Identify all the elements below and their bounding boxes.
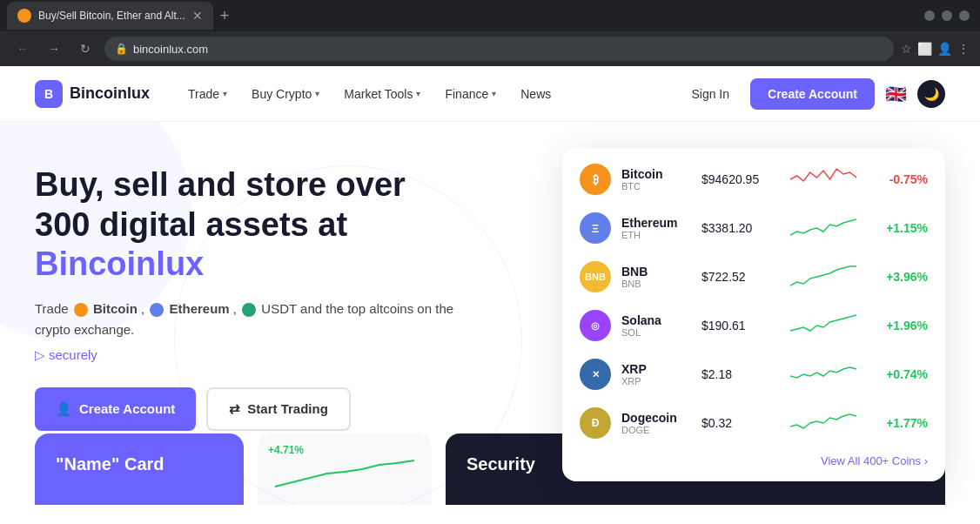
nav-trade[interactable]: Trade ▾: [178, 80, 238, 108]
nav-news[interactable]: News: [510, 80, 561, 108]
back-button[interactable]: ←: [10, 37, 35, 61]
tab-favicon: [17, 9, 31, 23]
user-icon: 👤: [56, 401, 72, 417]
browser-action-buttons: ☆ ⬜ 👤 ⋮: [901, 42, 970, 56]
tab-title: Buy/Sell Bitcoin, Ether and Alt...: [38, 10, 185, 22]
window-controls: [924, 10, 973, 21]
bnb-sparkline: [790, 261, 856, 292]
hero-content: Buy, sell and store over 300 digital ass…: [35, 157, 487, 431]
sign-in-button[interactable]: Sign In: [681, 80, 740, 108]
minimize-button[interactable]: [924, 10, 935, 21]
xrp-info: XRP XRP: [621, 362, 691, 386]
bnb-info: BNB BNB: [621, 265, 691, 289]
hero-subtitle: Trade Bitcoin , Ethereum , USDT and the …: [35, 299, 487, 340]
eth-sparkline: [790, 212, 856, 244]
hero-section: Buy, sell and store over 300 digital ass…: [0, 122, 980, 505]
crypto-row-doge[interactable]: Ð Dogecoin DOGE $0.32 +1.77%: [562, 399, 945, 447]
extensions-button[interactable]: ⬜: [917, 42, 932, 56]
eth-icon: Ξ: [580, 212, 611, 244]
new-tab-button[interactable]: +: [220, 7, 230, 25]
close-button[interactable]: [959, 10, 970, 21]
sol-sparkline: [790, 310, 856, 341]
nav-finance[interactable]: Finance ▾: [434, 80, 507, 108]
logo-icon: B: [35, 80, 63, 108]
sol-icon: ◎: [580, 310, 611, 341]
navbar: B Bincoinlux Trade ▾ Buy Crypto ▾ Market…: [0, 66, 980, 122]
active-tab[interactable]: Buy/Sell Bitcoin, Ether and Alt... ✕: [7, 2, 213, 30]
tab-close-button[interactable]: ✕: [192, 9, 203, 23]
bitcoin-icon: [74, 303, 88, 317]
website-content: B Bincoinlux Trade ▾ Buy Crypto ▾ Market…: [0, 66, 980, 524]
ethereum-icon: [150, 303, 164, 317]
theme-toggle[interactable]: 🌙: [917, 80, 945, 108]
hero-buttons: 👤 Create Account ⇄ Start Trading: [35, 387, 487, 431]
hero-create-account-button[interactable]: 👤 Create Account: [35, 387, 196, 431]
chevron-down-icon: ▾: [492, 89, 496, 98]
view-all-coins-link[interactable]: View All 400+ Coins ›: [562, 447, 945, 474]
menu-button[interactable]: ⋮: [957, 42, 970, 56]
securely-link[interactable]: ▷ securely: [35, 347, 487, 363]
bnb-icon: BNB: [580, 261, 611, 292]
url-text: bincoinlux.com: [133, 43, 208, 56]
profile-button[interactable]: 👤: [937, 42, 952, 56]
bookmark-button[interactable]: ☆: [901, 42, 912, 56]
logo-text: Bincoinlux: [70, 84, 150, 103]
chevron-down-icon: ▾: [416, 89, 420, 98]
crypto-table-card: ₿ Bitcoin BTC $94620.95 -0.75% Ξ Ethereu…: [562, 148, 945, 481]
start-trading-button[interactable]: ⇄ Start Trading: [206, 387, 351, 431]
nav-buy-crypto[interactable]: Buy Crypto ▾: [241, 80, 330, 108]
address-bar[interactable]: 🔒 bincoinlux.com: [104, 37, 894, 61]
crypto-row-eth[interactable]: Ξ Ethereum ETH $3381.20 +1.15%: [562, 204, 945, 252]
nav-market-tools[interactable]: Market Tools ▾: [333, 80, 431, 108]
crypto-row-sol[interactable]: ◎ Solana SOL $190.61 +1.96%: [562, 301, 945, 350]
browser-tab-bar: Buy/Sell Bitcoin, Ether and Alt... ✕ +: [0, 0, 980, 31]
btc-icon: ₿: [580, 164, 611, 195]
chevron-down-icon: ▾: [223, 89, 227, 98]
reload-button[interactable]: ↻: [73, 37, 97, 61]
securely-text: securely: [49, 347, 97, 362]
chevron-down-icon: ▾: [315, 89, 319, 98]
crypto-row-bnb[interactable]: BNB BNB BNB $722.52 +3.96%: [562, 252, 945, 301]
doge-icon: Ð: [580, 407, 611, 439]
doge-info: Dogecoin DOGE: [621, 411, 691, 435]
create-account-button[interactable]: Create Account: [750, 78, 875, 110]
doge-sparkline: [790, 407, 856, 439]
browser-controls: ← → ↻ 🔒 bincoinlux.com ☆ ⬜ 👤 ⋮: [0, 31, 980, 66]
maximize-button[interactable]: [942, 10, 952, 21]
logo[interactable]: B Bincoinlux: [35, 80, 150, 108]
crypto-row-xrp[interactable]: ✕ XRP XRP $2.18 +0.74%: [562, 350, 945, 399]
sol-info: Solana SOL: [621, 313, 691, 338]
btc-sparkline: [790, 164, 856, 195]
language-flag[interactable]: 🇬🇧: [885, 84, 907, 104]
xrp-sparkline: [790, 359, 856, 390]
securely-arrow-icon: ▷: [35, 347, 45, 363]
eth-info: Ethereum ETH: [621, 216, 691, 240]
name-card-title: "Name" Card: [56, 454, 223, 474]
lock-icon: 🔒: [115, 43, 128, 55]
usdt-icon: [242, 303, 256, 317]
xrp-icon: ✕: [580, 359, 611, 390]
trading-icon: ⇄: [229, 401, 240, 417]
hero-title: Buy, sell and store over 300 digital ass…: [35, 165, 487, 285]
nav-links: Trade ▾ Buy Crypto ▾ Market Tools ▾ Fina…: [178, 80, 681, 108]
btc-info: Bitcoin BTC: [621, 167, 691, 191]
forward-button[interactable]: →: [42, 37, 66, 61]
nav-right: Sign In Create Account 🇬🇧 🌙: [681, 78, 945, 110]
crypto-row-btc[interactable]: ₿ Bitcoin BTC $94620.95 -0.75%: [562, 155, 945, 204]
